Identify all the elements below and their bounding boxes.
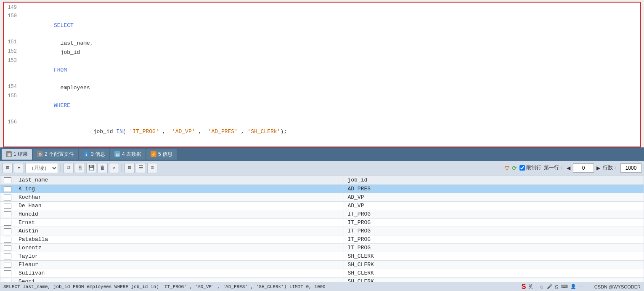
row-checkbox[interactable] xyxy=(4,195,11,200)
tab-results[interactable]: ▦ 1 结果 xyxy=(2,149,32,160)
tab-tables[interactable]: ▤ 4 表数据 xyxy=(110,149,146,160)
table-body: K_ingAD_PRESKochharAD_VPDe HaanAD_VPHuno… xyxy=(0,185,644,282)
row-checkbox-cell xyxy=(0,252,15,261)
sep2 xyxy=(122,164,122,172)
main-layout: 149 150 SELECT 151 last_name, 152 jo xyxy=(0,0,644,291)
toolbar-right: ▽ ⟳ 限制行 第一行： ◀ ▶ 行数： xyxy=(505,163,641,173)
code-content-153: FROM xyxy=(21,58,640,83)
cell-job-id: IT_PROG xyxy=(344,235,644,244)
row-checkbox[interactable] xyxy=(4,254,11,259)
line-num-149: 149 xyxy=(4,5,21,11)
cell-job-id: IT_PROG xyxy=(344,227,644,235)
table-row: FleaurSH_CLERK xyxy=(0,261,644,269)
row-checkbox[interactable] xyxy=(4,237,11,243)
status-right: S 英 · ☺ 🎤 Ω ⌨ 👤 ⋯ CSDN @WYSCODER xyxy=(522,283,641,291)
delete-btn[interactable]: 🗑 xyxy=(98,163,108,173)
row-checkbox[interactable] xyxy=(4,203,11,209)
next-page-btn[interactable]: ▶ xyxy=(596,165,600,171)
toolbar-refresh-icon[interactable]: ⟳ xyxy=(512,165,517,171)
row-checkbox[interactable] xyxy=(4,270,11,276)
row-checkbox-cell xyxy=(0,193,15,202)
grid-icon: ▦ xyxy=(6,151,12,157)
keyword-where: WHERE xyxy=(54,102,70,109)
line-num-152: 152 xyxy=(4,48,21,54)
first-row-input[interactable] xyxy=(573,163,594,173)
code-content-150: SELECT xyxy=(21,13,640,38)
table-row: KochharAD_VP xyxy=(0,193,644,202)
tab-results-label: 1 结果 xyxy=(13,151,28,158)
row-count-input[interactable] xyxy=(620,163,641,173)
table-row: PataballaIT_PROG xyxy=(0,235,644,244)
prev-page-btn[interactable]: ◀ xyxy=(567,165,570,171)
cell-last-name: Hunold xyxy=(15,210,344,219)
cell-last-name: Geoni xyxy=(15,278,344,282)
tab-info3[interactable]: ℹ 3 信息 xyxy=(79,149,109,160)
sep1 xyxy=(61,164,61,172)
table-row: SullivanSH_CLERK xyxy=(0,269,644,278)
cell-last-name: Austin xyxy=(15,227,344,235)
cell-job-id: SH_CLERK xyxy=(344,261,644,269)
person-icon: 👤 xyxy=(570,284,576,289)
table-header-row: last_name job_id xyxy=(0,176,644,185)
row-count-label: 行数： xyxy=(603,164,618,171)
tab-info5[interactable]: ⚡ 5 信息 xyxy=(146,149,177,160)
row-checkbox[interactable] xyxy=(4,262,11,268)
code-line-154: 154 employees xyxy=(4,83,640,93)
row-checkbox-cell xyxy=(0,219,15,227)
code-content-151: last_name, xyxy=(21,39,640,48)
code-line-150: 150 SELECT xyxy=(4,13,640,39)
limit-checkbox[interactable] xyxy=(519,165,525,171)
code-line-149: 149 xyxy=(4,4,640,13)
dropdown-btn[interactable]: ▾ xyxy=(14,163,24,173)
code-content-156: job_id IN( 'IT_PROG' , 'AD_VP' , 'AD_PRE… xyxy=(21,119,640,144)
results-toolbar: ⊞ ▾ （只读） 可编辑 ⧉ ⎘ 💾 🗑 ↺ ⊞ ☰ ≡ ▽ ⟳ 限制行 xyxy=(0,161,644,175)
form-view-btn[interactable]: ☰ xyxy=(136,163,146,173)
copy-btn[interactable]: ⧉ xyxy=(64,163,74,173)
text-view-btn[interactable]: ≡ xyxy=(147,163,157,173)
row-checkbox[interactable] xyxy=(4,211,11,217)
tab-info3-label: 3 信息 xyxy=(91,151,105,158)
header-job-id: job_id xyxy=(344,176,644,185)
row-checkbox[interactable] xyxy=(4,245,11,251)
cell-job-id: AD_VP xyxy=(344,193,644,202)
line-num-156: 156 xyxy=(4,119,21,125)
row-checkbox[interactable] xyxy=(4,279,11,282)
code-content-155: WHERE xyxy=(21,93,640,118)
cell-last-name: Sullivan xyxy=(15,269,344,278)
row-checkbox[interactable] xyxy=(4,228,11,234)
limit-label: 限制行 xyxy=(526,164,541,171)
tab-config[interactable]: ⚙ 2 个配置文件 xyxy=(33,149,78,160)
refresh-btn[interactable]: ↺ xyxy=(109,163,119,173)
header-last-name: last_name xyxy=(15,176,344,185)
row-checkbox-cell xyxy=(0,244,15,252)
table-row: ErnstIT_PROG xyxy=(0,219,644,227)
filter-icon[interactable]: ▽ xyxy=(505,165,509,171)
row-checkbox-cell xyxy=(0,202,15,210)
row-checkbox[interactable] xyxy=(4,220,11,226)
header-checkbox[interactable] xyxy=(4,177,11,183)
table-view-btn[interactable]: ⊞ xyxy=(125,163,135,173)
omega-icon: Ω xyxy=(555,284,559,289)
save-btn[interactable]: 💾 xyxy=(86,163,96,173)
cell-last-name: Kochhar xyxy=(15,193,344,202)
results-table: last_name job_id K_ingAD_PRESKochharAD_V… xyxy=(0,175,644,282)
cell-job-id: IT_PROG xyxy=(344,219,644,227)
keyboard-icon: ⌨ xyxy=(561,284,568,289)
row-checkbox-cell xyxy=(0,210,15,219)
s-icon: S xyxy=(522,283,526,291)
header-checkbox-cell xyxy=(0,176,15,185)
edit-mode-select[interactable]: （只读） 可编辑 xyxy=(25,163,58,173)
status-text: SELECT last_name, job_id FROM employees … xyxy=(3,284,326,289)
row-checkbox[interactable] xyxy=(4,186,11,192)
row-checkbox-cell xyxy=(0,185,15,193)
results-section: ▦ 1 结果 ⚙ 2 个配置文件 ℹ 3 信息 ▤ 4 表数据 ⚡ 5 信息 ⊞ xyxy=(0,147,644,291)
line-num-153: 153 xyxy=(4,58,21,64)
status-bar: SELECT last_name, job_id FROM employees … xyxy=(0,282,644,291)
cell-last-name: Ernst xyxy=(15,219,344,227)
tab-bar: ▦ 1 结果 ⚙ 2 个配置文件 ℹ 3 信息 ▤ 4 表数据 ⚡ 5 信息 xyxy=(0,147,644,161)
paste-btn[interactable]: ⎘ xyxy=(75,163,85,173)
limit-checkbox-label: 限制行 xyxy=(519,164,541,171)
grid-view-btn[interactable]: ⊞ xyxy=(3,163,13,173)
code-editor[interactable]: 149 150 SELECT 151 last_name, 152 jo xyxy=(3,2,641,147)
emoji-icon: ☺ xyxy=(539,284,544,289)
